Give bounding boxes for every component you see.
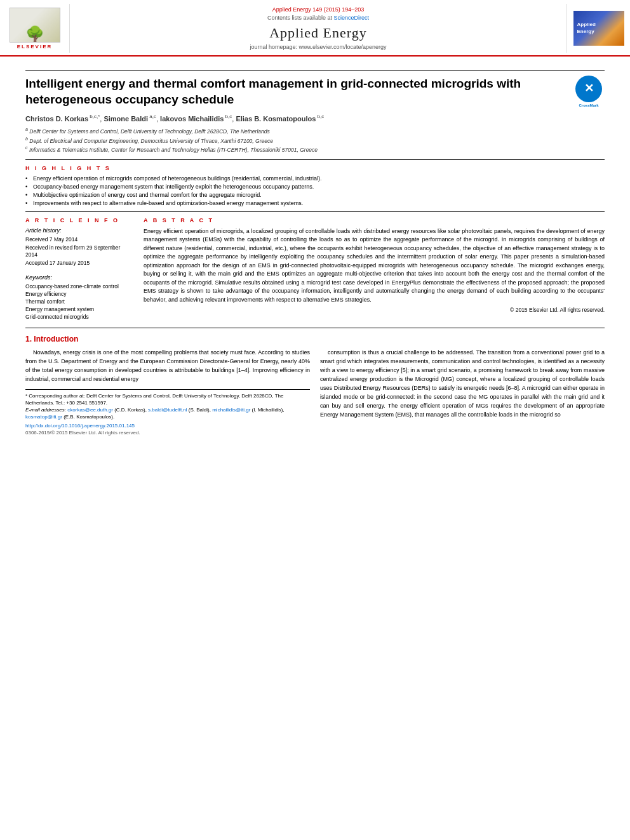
email-4[interactable]: kosmatop@iti.gr — [25, 414, 62, 420]
intro-left-col: Nowadays, energy crisis is one of the mo… — [25, 349, 310, 436]
intro-left-text: Nowadays, energy crisis is one of the mo… — [25, 349, 310, 384]
highlights-divider-top — [25, 159, 605, 160]
highlight-item-4: Improvements with respect to alternative… — [25, 200, 605, 206]
email-2[interactable]: s.baldi@tudelft.nl — [148, 407, 187, 413]
authors-line: Christos D. Korkas b,c,*, Simone Baldi a… — [25, 114, 605, 123]
author-1: Christos D. Korkas — [25, 115, 88, 123]
journal-volume: Applied Energy 149 (2015) 194–203 — [272, 6, 365, 13]
author-4: Elias B. Kosmatopoulos — [236, 115, 316, 123]
affiliations: a Delft Center for Systems and Control, … — [25, 126, 605, 154]
crossmark-circle: ✕ — [575, 76, 602, 102]
main-body: 1. Introduction Nowadays, energy crisis … — [0, 328, 630, 443]
intro-right-col: consumption is thus a crucial challenge … — [320, 349, 605, 436]
keyword-5: Grid-connected microgrids — [25, 314, 133, 320]
keyword-4: Energy management system — [25, 306, 133, 312]
journal-center: Applied Energy 149 (2015) 194–203 Conten… — [70, 4, 566, 53]
footnote-corresponding: * Corresponding author at: Delft Center … — [25, 392, 310, 406]
keywords-label: Keywords: — [25, 274, 133, 281]
keyword-1: Occupancy-based zone-climate control — [25, 283, 133, 290]
elsevier-logo-box: 🌳 — [10, 8, 60, 43]
author-3: Iakovos Michailidis — [160, 115, 224, 123]
article-info-heading: A R T I C L E I N F O — [25, 217, 133, 223]
sciencedirect-prefix: Contents lists available at — [267, 15, 334, 21]
author-3-sup: b,c — [224, 114, 232, 119]
crossmark-badge[interactable]: ✕ CrossMark — [573, 76, 605, 108]
intro-two-col: Nowadays, energy crisis is one of the mo… — [25, 349, 605, 436]
email-1[interactable]: ckorkas@ee.duth.gr — [67, 407, 113, 413]
doi-line[interactable]: http://dx.doi.org/10.1016/j.apenergy.201… — [25, 423, 310, 429]
journal-homepage: journal homepage: www.elsevier.com/locat… — [250, 44, 386, 50]
keywords-section: Keywords: Occupancy-based zone-climate c… — [25, 274, 133, 320]
abstract-heading: A B S T R A C T — [144, 217, 605, 223]
intro-para-left: Nowadays, energy crisis is one of the mo… — [25, 349, 310, 384]
highlight-item-3: Multiobjective optimization of energy co… — [25, 192, 605, 198]
elsevier-logo: 🌳 ELSEVIER — [0, 4, 70, 53]
history-item-2: Received in revised form 29 September 20… — [25, 244, 133, 258]
abstract-text: Energy efficient operation of microgrids… — [144, 227, 605, 305]
journal-header: 🌳 ELSEVIER Applied Energy 149 (2015) 194… — [0, 0, 630, 57]
ae-logo-box: AppliedEnergy — [573, 11, 624, 46]
paper-title-text: Intelligent energy and thermal comfort m… — [25, 77, 521, 106]
highlights-section: H I G H L I G H T S Energy efficient ope… — [25, 165, 605, 206]
intro-heading: 1. Introduction — [25, 335, 605, 343]
sciencedirect-anchor[interactable]: ScienceDirect — [334, 15, 370, 21]
highlight-item-1: Energy efficient operation of microgrids… — [25, 175, 605, 182]
elsevier-wordmark: ELSEVIER — [17, 44, 53, 50]
crossmark-label: CrossMark — [579, 103, 598, 109]
highlights-heading: H I G H L I G H T S — [25, 165, 605, 171]
applied-energy-logo: AppliedEnergy — [566, 4, 630, 53]
footnote-area: * Corresponding author at: Delft Center … — [25, 389, 310, 436]
issn-line: 0306-2619/© 2015 Elsevier Ltd. All right… — [25, 430, 310, 436]
author-2: Simone Baldi — [104, 115, 148, 123]
highlights-list: Energy efficient operation of microgrids… — [25, 175, 605, 206]
intro-para-right: consumption is thus a crucial challenge … — [320, 349, 605, 420]
doi-text: http://dx.doi.org/10.1016/j.apenergy.201… — [25, 423, 135, 429]
ae-logo-text: AppliedEnergy — [577, 22, 596, 35]
article-info-abstract: A R T I C L E I N F O Article history: R… — [25, 217, 605, 321]
article-history-label: Article history: — [25, 227, 133, 234]
author-2-sup: a,c — [148, 114, 156, 119]
abstract-section: A B S T R A C T Energy efficient operati… — [144, 217, 605, 321]
article-info-divider — [25, 211, 605, 212]
journal-title: Applied Energy — [269, 25, 367, 41]
keyword-3: Thermal comfort — [25, 298, 133, 305]
content-area: Intelligent energy and thermal comfort m… — [0, 57, 630, 328]
intro-right-text: consumption is thus a crucial challenge … — [320, 349, 605, 420]
author-1-sup: b,c,* — [88, 114, 100, 119]
crossmark-x-icon: ✕ — [584, 81, 594, 96]
copyright-line: © 2015 Elsevier Ltd. All rights reserved… — [144, 307, 605, 313]
paper-title: Intelligent energy and thermal comfort m… — [25, 76, 605, 107]
history-item-3: Accepted 17 January 2015 — [25, 260, 133, 267]
sciencedirect-link: Contents lists available at ScienceDirec… — [267, 15, 369, 21]
keyword-2: Energy efficiency — [25, 291, 133, 297]
footnote-email: E-mail addresses: ckorkas@ee.duth.gr (C.… — [25, 406, 310, 420]
highlight-item-2: Occupancy-based energy management system… — [25, 183, 605, 190]
article-info: A R T I C L E I N F O Article history: R… — [25, 217, 133, 321]
email-3[interactable]: michailidis@iti.gr — [212, 407, 250, 413]
top-divider — [25, 70, 605, 71]
elsevier-tree-icon: 🌳 — [25, 27, 44, 42]
author-4-sup: b,c — [316, 114, 324, 119]
history-item-1: Received 7 May 2014 — [25, 236, 133, 243]
